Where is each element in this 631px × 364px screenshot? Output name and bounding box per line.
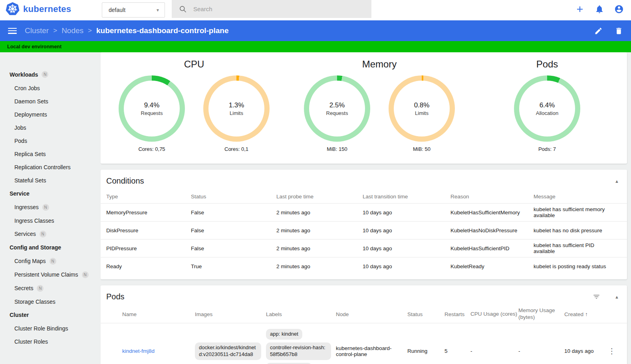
conditions-table-header: Type Status Last probe time Last transit… xyxy=(101,190,627,203)
sidebar-item-ingress-classes[interactable]: Ingress Classes xyxy=(0,214,101,227)
column-header-last-probe-time: Last probe time xyxy=(276,194,363,200)
breadcrumb-cluster[interactable]: Cluster xyxy=(25,26,49,35)
gauge-footer: MiB: 50 xyxy=(413,146,431,152)
column-header-type: Type xyxy=(106,194,191,200)
pods-title: Pods xyxy=(106,292,125,301)
cpu-allocation-group: CPU 9.4% Requests Cores: 0,75 xyxy=(101,56,288,164)
sidebar-item-deployments[interactable]: Deployments xyxy=(0,108,101,121)
gauge-sublabel: Requests xyxy=(326,110,348,116)
gauge-percent: 9.4% xyxy=(144,101,160,109)
column-header-restarts[interactable]: Restarts xyxy=(444,311,470,317)
table-row: MemoryPressure False 2 minutes ago 10 da… xyxy=(101,203,627,221)
pod-restarts: 5 xyxy=(444,348,470,354)
column-header-reason: Reason xyxy=(450,194,534,200)
column-header-message: Message xyxy=(534,194,621,200)
memory-group-title: Memory xyxy=(362,59,397,70)
search-bar[interactable]: Search xyxy=(172,0,371,18)
create-plus-button[interactable] xyxy=(575,4,585,14)
pods-card: Pods ▲ Name Images Labels Node Status Re… xyxy=(101,285,627,364)
pods-allocation-group: Pods 6.4% Allocation Pods: 7 xyxy=(471,56,623,164)
column-header-status: Status xyxy=(191,194,276,200)
pods-group-title: Pods xyxy=(536,59,558,70)
table-row: DiskPressure False 2 minutes ago 10 days… xyxy=(101,221,627,239)
pods-allocation-chart: 6.4% Allocation Pods: 7 xyxy=(514,75,580,152)
brand-name: kubernetes xyxy=(23,4,71,14)
breadcrumb: Cluster > Nodes > kubernetes-dashboard-c… xyxy=(25,26,228,35)
app-bar: Cluster > Nodes > kubernetes-dashboard-c… xyxy=(0,20,631,41)
breadcrumb-nodes[interactable]: Nodes xyxy=(62,26,83,35)
gauge-sublabel: Allocation xyxy=(536,110,558,116)
breadcrumb-separator: > xyxy=(88,27,92,35)
memory-limits-chart: 0.8% Limits MiB: 50 xyxy=(389,75,455,152)
sidebar-item-storage-classes[interactable]: Storage Classes xyxy=(0,295,101,308)
column-header-node[interactable]: Node xyxy=(336,311,407,317)
gauge-percent: 1.3% xyxy=(229,101,244,109)
delete-trash-button[interactable] xyxy=(615,27,623,35)
memory-requests-donut: 2.5% Requests xyxy=(304,75,370,142)
sidebar-item-cluster-role-bindings[interactable]: Cluster Role Bindings xyxy=(0,322,101,335)
sidebar-item-secrets[interactable]: Secrets N xyxy=(0,281,101,295)
memory-allocation-group: Memory 2.5% Requests MiB: 150 xyxy=(288,56,471,164)
column-header-cpu-usage[interactable]: CPU Usage (cores) xyxy=(470,311,518,318)
sidebar-item-pods[interactable]: Pods xyxy=(0,134,101,147)
column-header-last-transition-time: Last transition time xyxy=(363,194,450,200)
row-menu-kebab-button[interactable]: ⋮ xyxy=(607,347,621,355)
sidebar-item-cron-jobs[interactable]: Cron Jobs xyxy=(0,81,101,95)
gauge-percent: 6.4% xyxy=(540,101,555,109)
column-header-created[interactable]: Created↑ xyxy=(564,311,607,317)
resource-actions xyxy=(594,27,623,35)
cpu-requests-donut: 9.4% Requests xyxy=(119,75,185,142)
namespaced-badge: N xyxy=(42,204,49,211)
main-content: CPU 9.4% Requests Cores: 0,75 xyxy=(101,52,631,364)
gauge-footer: Pods: 7 xyxy=(538,146,556,152)
kubernetes-logo[interactable]: kubernetes xyxy=(6,2,71,16)
pod-created: 10 days ago xyxy=(564,348,607,354)
gauge-percent: 2.5% xyxy=(329,101,345,109)
sidebar-item-stateful-sets[interactable]: Stateful Sets xyxy=(0,174,101,187)
sort-ascending-icon: ↑ xyxy=(585,311,588,317)
gauge-percent: 0.8% xyxy=(414,101,430,109)
notifications-bell-button[interactable] xyxy=(595,4,604,14)
sidebar-item-jobs[interactable]: Jobs xyxy=(0,121,101,134)
column-header-images[interactable]: Images xyxy=(195,311,266,317)
sidebar-section-service[interactable]: Service xyxy=(0,187,101,200)
sidebar-item-ingresses[interactable]: Ingresses N xyxy=(0,200,101,214)
gauge-sublabel: Limits xyxy=(230,110,243,116)
pod-cpu-usage: - xyxy=(470,348,518,354)
pod-name-link[interactable]: kindnet-fmj8d xyxy=(122,348,155,354)
pod-node: kubernetes-dashboard-control-plane xyxy=(336,345,407,357)
sidebar-section-config-and-storage[interactable]: Config and Storage xyxy=(0,241,101,254)
sidebar-section-workloads[interactable]: Workloads N xyxy=(0,67,101,81)
menu-hamburger-button[interactable] xyxy=(8,28,17,34)
pods-allocation-donut: 6.4% Allocation xyxy=(514,75,580,142)
sidebar-item-replication-controllers[interactable]: Replication Controllers xyxy=(0,160,101,174)
namespace-selector[interactable]: default ▼ xyxy=(102,2,165,18)
sidebar-section-cluster[interactable]: Cluster xyxy=(0,308,101,322)
sidebar-item-persistent-volume-claims[interactable]: Persistent Volume Claims N xyxy=(0,268,101,281)
sidebar-item-replica-sets[interactable]: Replica Sets xyxy=(0,147,101,160)
table-row: PIDPressure False 2 minutes ago 10 days … xyxy=(101,239,627,257)
gauge-footer: Cores: 0,75 xyxy=(138,146,165,152)
sidebar-item-config-maps[interactable]: Config Maps N xyxy=(0,254,101,268)
sidebar-nav: Workloads N Cron Jobs Daemon Sets Deploy… xyxy=(0,52,101,364)
collapse-card-button[interactable]: ▲ xyxy=(615,295,619,299)
collapse-card-button[interactable]: ▲ xyxy=(615,179,619,184)
column-header-status[interactable]: Status xyxy=(407,311,444,317)
table-row: Ready True 2 minutes ago 10 days ago Kub… xyxy=(101,257,627,275)
gauge-sublabel: Limits xyxy=(415,110,429,116)
column-header-name[interactable]: Name xyxy=(122,311,195,317)
search-icon xyxy=(179,5,187,13)
allocation-overview-card: CPU 9.4% Requests Cores: 0,75 xyxy=(101,52,627,164)
memory-requests-chart: 2.5% Requests MiB: 150 xyxy=(304,75,370,152)
conditions-card: Conditions ▲ Type Status Last probe time… xyxy=(101,170,627,279)
filter-icon[interactable] xyxy=(593,293,600,301)
pods-table-header: Name Images Labels Node Status Restarts … xyxy=(101,305,627,323)
header-actions xyxy=(575,0,624,18)
edit-pencil-button[interactable] xyxy=(594,27,603,35)
sidebar-item-cluster-roles[interactable]: Cluster Roles xyxy=(0,335,101,348)
gauge-footer: Cores: 0,1 xyxy=(224,146,248,152)
sidebar-item-daemon-sets[interactable]: Daemon Sets xyxy=(0,95,101,108)
user-account-button[interactable] xyxy=(614,4,624,14)
column-header-memory-usage[interactable]: Memory Usage (bytes) xyxy=(518,307,564,321)
sidebar-item-services[interactable]: Services N xyxy=(0,227,101,241)
